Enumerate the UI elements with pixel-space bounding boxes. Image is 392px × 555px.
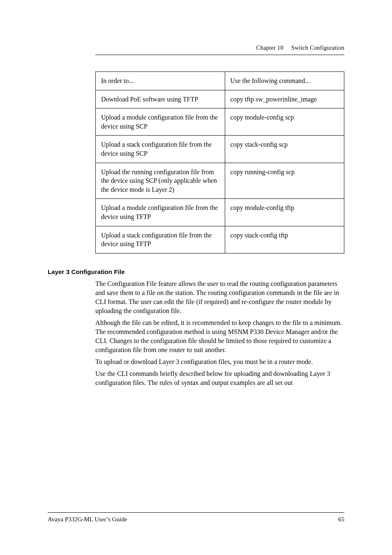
- chapter-title: Switch Configuration: [291, 44, 344, 51]
- running-header: Chapter 10 Switch Configuration: [95, 44, 344, 51]
- table-cell-right: copy tftp sw_powerinline_image: [225, 90, 344, 108]
- chapter-label: Chapter 10: [256, 44, 284, 51]
- footer-rule: [48, 512, 344, 513]
- table-row: Upload a module configuration file from …: [96, 108, 344, 136]
- table-cell-right: copy stack-config scp: [225, 136, 344, 163]
- page-footer: Avaya P332G-ML User’s Guide 65: [48, 512, 344, 523]
- table-cell-right: copy stack-config tftp: [225, 226, 344, 253]
- header-rule: [95, 55, 344, 55]
- table-cell-left: Upload a stack configuration file from t…: [96, 226, 225, 253]
- table-row: In order to... Use the following command…: [96, 72, 344, 90]
- table-cell-right: copy module-config tftp: [225, 199, 344, 226]
- paragraph: Use the CLI commands briefly described b…: [95, 369, 344, 387]
- table-row: Upload a stack configuration file from t…: [96, 136, 344, 163]
- table-row: Upload a module configuration file from …: [96, 199, 344, 226]
- paragraph: To upload or download Layer 3 configurat…: [95, 357, 344, 366]
- table-cell-left: Download PoE software using TFTP: [96, 90, 225, 108]
- table-cell-left: Upload a module configuration file from …: [96, 199, 225, 226]
- table-cell-right: copy module-config scp: [225, 108, 344, 136]
- section-heading: Layer 3 Configuration File: [48, 268, 344, 275]
- table-cell-left: Upload the running configuration file fr…: [96, 163, 225, 199]
- table-row: Upload a stack configuration file from t…: [96, 226, 344, 253]
- table-row: Upload the running configuration file fr…: [96, 163, 344, 199]
- table-row: Download PoE software using TFTP copy tf…: [96, 90, 344, 108]
- paragraph: The Configuration File feature allows th…: [95, 279, 344, 315]
- table-cell-left: Upload a stack configuration file from t…: [96, 136, 225, 163]
- table-header-left: In order to...: [96, 72, 225, 90]
- body-text: The Configuration File feature allows th…: [95, 279, 344, 387]
- table-cell-right: copy running-config scp: [225, 163, 344, 199]
- paragraph: Although the file can be edited, it is r…: [95, 318, 344, 355]
- command-table: In order to... Use the following command…: [95, 71, 344, 253]
- table-cell-left: Upload a module configuration file from …: [96, 108, 225, 136]
- footer-left: Avaya P332G-ML User’s Guide: [48, 516, 127, 523]
- table-header-right: Use the following command...: [225, 72, 344, 90]
- footer-page-number: 65: [338, 516, 344, 523]
